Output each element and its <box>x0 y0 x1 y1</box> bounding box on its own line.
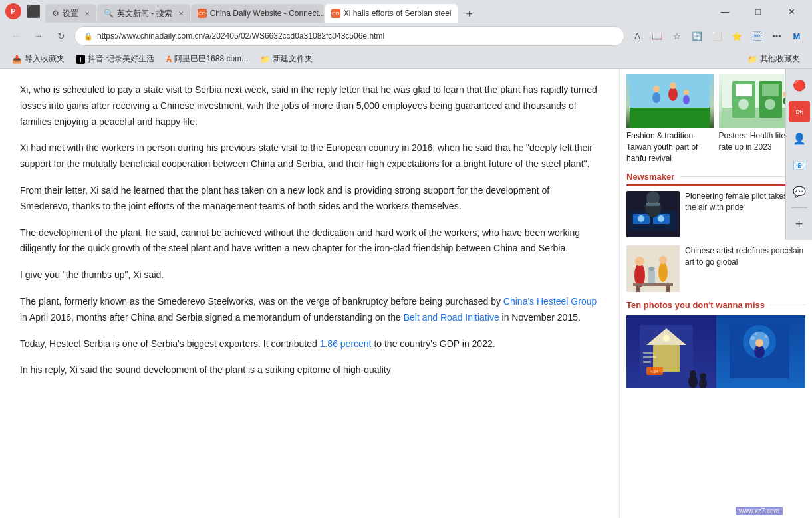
edge-sidebar-icon[interactable]: M <box>788 27 805 45</box>
refresh-button[interactable]: ↻ <box>52 27 70 45</box>
tiktok-icon: T <box>76 55 85 64</box>
favorites-icon[interactable]: ☆ <box>668 27 686 45</box>
extensions-icon[interactable]:  <box>748 27 765 45</box>
new-tab-button[interactable]: + <box>461 5 478 23</box>
profile-avatar[interactable]: P <box>5 3 21 19</box>
svg-point-31 <box>658 262 668 282</box>
svg-point-26 <box>646 191 660 204</box>
search-tab-icon: 🔍 <box>104 9 114 18</box>
svg-rect-34 <box>648 269 655 283</box>
paragraph-6: The plant, formerly known as the Smedere… <box>20 294 599 326</box>
newsmaker-section-header: Newsmaker <box>626 172 805 186</box>
tab-label: 设置 <box>63 8 78 19</box>
news-card-fashion[interactable]: Fashion & tradition: Taiwan youth part o… <box>626 74 714 164</box>
browser-collections-icon[interactable]: 🔄 <box>688 27 706 45</box>
ten-photos-image[interactable]: 4.24 <box>626 315 805 388</box>
svg-point-14 <box>738 99 749 110</box>
close-btn[interactable]: ✕ <box>776 0 807 23</box>
svg-point-3 <box>653 86 660 92</box>
import-icon: 📥 <box>12 55 22 64</box>
svg-rect-47 <box>643 356 656 358</box>
svg-rect-13 <box>762 84 779 96</box>
tab-xi-hails[interactable]: CD Xi hails efforts of Serbian steel ✕ <box>325 4 458 23</box>
svg-point-45 <box>663 335 670 342</box>
ali-label: 阿里巴巴1688.com... <box>174 53 248 65</box>
hesteel-link[interactable]: China's Hesteel Group <box>503 296 597 307</box>
edge-toolbar: 🔴 🛍 👤 📧 💬 + <box>785 69 812 240</box>
tab-settings[interactable]: ⚙ 设置 ✕ <box>45 4 96 23</box>
teams-icon[interactable]: 💬 <box>789 181 810 202</box>
right-sidebar: Fashion & tradition: Taiwan youth part o… <box>619 69 812 518</box>
fashion-card-title: Fashion & tradition: Taiwan youth part o… <box>626 130 714 164</box>
paragraph-3: From their letter, Xi said he learned th… <box>20 183 599 215</box>
minimize-btn[interactable]: — <box>710 0 740 23</box>
immersive-reader-icon[interactable]: 📖 <box>648 27 666 45</box>
svg-point-35 <box>648 267 655 271</box>
svg-rect-38 <box>666 286 670 292</box>
address-bar: ← → ↻ 🔒 https://www.chinadaily.com.cn/a/… <box>0 23 812 49</box>
minimize-window-btn[interactable]: ⬛ <box>27 5 40 18</box>
settings-tab-icon: ⚙ <box>52 9 59 18</box>
porcelain-title: Chinese artist redefines porcelain art t… <box>685 245 805 292</box>
ali-icon: A <box>166 55 172 64</box>
tab-close-btn[interactable]: ✕ <box>84 10 90 17</box>
tab-label: Xi hails efforts of Serbian steel <box>344 9 452 18</box>
svg-point-62 <box>700 373 706 380</box>
porcelain-image <box>626 245 680 292</box>
shopping-icon[interactable]: 🛍 <box>789 101 810 122</box>
tab-bar: ⚙ 设置 ✕ 🔍 英文新闻 - 搜索 ✕ CD China Daily Webs… <box>45 0 710 23</box>
outlook-icon[interactable]: 📧 <box>789 154 810 176</box>
svg-point-15 <box>765 99 775 110</box>
newsmaker-porcelain[interactable]: Chinese artist redefines porcelain art t… <box>626 245 805 292</box>
lock-icon: 🔒 <box>84 32 93 41</box>
split-screen-icon[interactable]: ⬜ <box>708 27 726 45</box>
import-bookmarks-btn[interactable]: 📥 导入收藏夹 <box>7 51 70 66</box>
svg-point-4 <box>668 88 678 101</box>
tiktok-bookmark[interactable]: T 抖音-记录美好生活 <box>71 51 160 66</box>
tab-label: 英文新闻 - 搜索 <box>117 8 172 19</box>
svg-point-32 <box>659 256 667 264</box>
paragraph-4: The development of the plant, he said, c… <box>20 225 599 257</box>
bri-link[interactable]: Belt and Road Initiative <box>404 312 499 323</box>
ten-photos-header: Ten photos you don't wanna miss <box>626 300 805 310</box>
alibaba-bookmark[interactable]: A 阿里巴巴1688.com... <box>161 51 253 66</box>
ten-photos-label: Ten photos you don't wanna miss <box>626 300 765 310</box>
svg-point-22 <box>638 215 644 222</box>
profile-icon[interactable]: 👤 <box>789 128 810 149</box>
newsmaker-pilot[interactable]: Pioneering female pilot takes to the air… <box>626 191 805 237</box>
forward-button[interactable]: → <box>29 27 48 45</box>
paragraph-7: Today, Hesteel Serbia is one of Serbia's… <box>20 336 599 352</box>
svg-rect-12 <box>736 84 752 96</box>
read-aloud-icon[interactable]: A̲ <box>628 27 646 45</box>
tab-label: China Daily Website - Connect... <box>210 9 324 18</box>
other-bookmarks[interactable]: 📁 其他收藏夹 <box>742 51 805 66</box>
browser-chrome: P ⬛ ⚙ 设置 ✕ 🔍 英文新闻 - 搜索 ✕ CD China Daily … <box>0 0 812 69</box>
svg-point-23 <box>658 215 664 222</box>
svg-point-57 <box>755 332 757 335</box>
tab-close-btn[interactable]: ✕ <box>178 10 184 17</box>
tab-chinadaily-connect[interactable]: CD China Daily Website - Connect... ✕ <box>191 4 324 23</box>
svg-rect-36 <box>633 283 673 286</box>
svg-point-30 <box>635 257 644 266</box>
svg-point-6 <box>683 95 690 104</box>
add-tool-btn[interactable]: + <box>789 213 810 235</box>
fashion-image <box>626 74 714 128</box>
import-label: 导入收藏夹 <box>25 53 65 65</box>
more-options-icon[interactable]: ••• <box>768 27 785 45</box>
svg-point-55 <box>755 339 763 347</box>
back-button[interactable]: ← <box>7 27 25 45</box>
copilot-icon[interactable]: 🔴 <box>789 74 810 96</box>
paragraph-2: Xi had met with the workers in person du… <box>20 140 599 172</box>
maximize-btn[interactable]: □ <box>743 0 773 23</box>
tab-search[interactable]: 🔍 英文新闻 - 搜索 ✕ <box>97 4 190 23</box>
svg-point-5 <box>670 82 676 89</box>
sidebar-scroll[interactable]: Fashion & tradition: Taiwan youth part o… <box>620 69 812 518</box>
content-area: Xi, who is scheduled to pay a state visi… <box>0 69 812 518</box>
title-bar: P ⬛ ⚙ 设置 ✕ 🔍 英文新闻 - 搜索 ✕ CD China Daily … <box>0 0 812 23</box>
paragraph-8: In his reply, Xi said the sound developm… <box>20 362 599 378</box>
svg-point-56 <box>751 336 755 340</box>
add-favorites-icon[interactable]: ⭐ <box>728 27 745 45</box>
url-input[interactable]: 🔒 https://www.chinadaily.com.cn/a/202405… <box>74 26 624 46</box>
tiktok-label: 抖音-记录美好生活 <box>88 53 154 65</box>
new-folder-bookmark[interactable]: 📁 新建文件夹 <box>255 51 318 66</box>
